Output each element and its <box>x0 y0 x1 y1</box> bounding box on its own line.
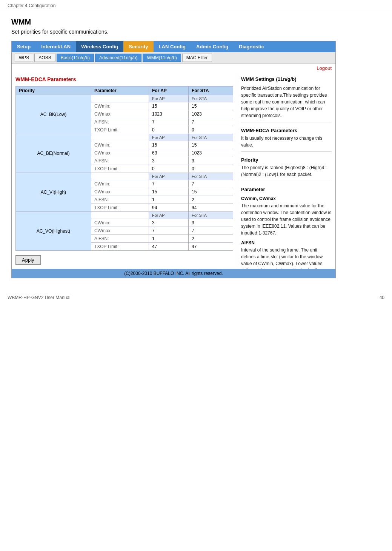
for-sta-sub-header: For STA <box>189 95 233 102</box>
param-sta-value: 1023 <box>189 149 233 157</box>
param-ap-value: 0 <box>149 126 188 134</box>
chapter-title: Chapter 4 Configuration <box>8 3 55 8</box>
logout-link[interactable]: Logout <box>12 64 335 73</box>
param-label: CWmax: <box>91 149 149 157</box>
rp-title: WMM Settings (11n/g/b) <box>241 76 332 82</box>
subnav-advanced[interactable]: Advanced(11n/g/b) <box>95 54 141 62</box>
param-sta-value: 94 <box>189 204 233 212</box>
chapter-header: Chapter 4 Configuration <box>0 0 392 10</box>
apply-button[interactable]: Apply <box>15 255 41 265</box>
param-sta-value: 3 <box>189 219 233 227</box>
param-sta-value: 2 <box>189 196 233 204</box>
section-description: Set priorities for specific communicatio… <box>11 29 381 35</box>
table-sub-header-row: AC_BE(Normal)For APFor STA <box>16 134 233 141</box>
for-ap-sub-header: For AP <box>149 95 188 102</box>
param-label: CWmax: <box>91 227 149 235</box>
table-sub-header-row: AC_VI(High)For APFor STA <box>16 173 233 180</box>
for-ap-sub-header: For AP <box>149 212 188 219</box>
empty-cell <box>91 95 149 102</box>
rp-aifsn-text: Interval of the sending frame. The unit … <box>241 247 332 269</box>
rp-aifsn-title: AIFSN <box>241 240 332 245</box>
param-sta-value: 3 <box>189 157 233 165</box>
empty-cell <box>91 212 149 219</box>
table-sub-header-row: AC_BK(Low)For APFor STA <box>16 95 233 102</box>
nav-internet-lan[interactable]: Internet/LAN <box>36 41 76 52</box>
param-label: CWmax: <box>91 110 149 118</box>
rp-intro: Prioritized AirStation communication for… <box>241 85 332 119</box>
nav-security[interactable]: Security <box>123 41 153 52</box>
nav-lan-config[interactable]: LAN Config <box>154 41 191 52</box>
nav-setup[interactable]: Setup <box>12 41 36 52</box>
param-ap-value: 7 <box>149 180 188 188</box>
col-parameter: Parameter <box>91 86 149 95</box>
left-panel: WMM-EDCA Parameters Priority Parameter F… <box>12 73 237 269</box>
param-ap-value: 1023 <box>149 110 188 118</box>
param-ap-value: 94 <box>149 204 188 212</box>
router-footer-bar: (C)2000-2010 BUFFALO INC. All rights res… <box>12 269 335 278</box>
param-sta-value: 1023 <box>189 110 233 118</box>
param-sta-value: 0 <box>189 165 233 173</box>
rp-priority-title: Priority <box>241 157 332 163</box>
priority-cell: AC_BE(Normal) <box>16 134 91 173</box>
param-label: CWmin: <box>91 141 149 149</box>
router-ui-frame: Setup Internet/LAN Wireless Config Secur… <box>11 41 336 278</box>
param-sta-value: 15 <box>189 102 233 110</box>
table-sub-header-row: AC_VO(Highest)For APFor STA <box>16 212 233 219</box>
col-for-sta: For STA <box>189 86 233 95</box>
wmm-table: Priority Parameter For AP For STA AC_BK(… <box>15 86 233 251</box>
param-sta-value: 0 <box>189 126 233 134</box>
subnav-wps[interactable]: WPS <box>15 54 33 62</box>
subnav-aoss[interactable]: AOSS <box>34 54 55 62</box>
param-sta-value: 47 <box>189 243 233 251</box>
param-ap-value: 3 <box>149 219 188 227</box>
for-ap-sub-header: For AP <box>149 134 188 141</box>
param-sta-value: 7 <box>189 118 233 126</box>
subnav-wmm[interactable]: WMM(11n/g/b) <box>143 54 181 62</box>
param-label: TXOP Limit: <box>91 204 149 212</box>
empty-cell <box>91 173 149 180</box>
main-content-area: WMM-EDCA Parameters Priority Parameter F… <box>12 73 335 269</box>
param-label: AIFSN: <box>91 235 149 243</box>
param-label: CWmin: <box>91 180 149 188</box>
nav-diagnostic[interactable]: Diagnostic <box>234 41 269 52</box>
param-sta-value: 7 <box>189 227 233 235</box>
priority-cell: AC_BK(Low) <box>16 95 91 134</box>
wmm-edca-title: WMM-EDCA Parameters <box>15 76 233 82</box>
rp-parameter-title: Parameter <box>241 187 332 192</box>
priority-cell: AC_VO(Highest) <box>16 212 91 251</box>
subnav-mac-filter[interactable]: MAC Filter <box>182 54 212 62</box>
main-nav: Setup Internet/LAN Wireless Config Secur… <box>12 41 335 52</box>
for-sta-sub-header: For STA <box>189 134 233 141</box>
subnav-basic[interactable]: Basic(11n/g/b) <box>57 54 94 62</box>
param-label: CWmin: <box>91 219 149 227</box>
param-sta-value: 2 <box>189 235 233 243</box>
for-sta-sub-header: For STA <box>189 173 233 180</box>
param-sta-value: 7 <box>189 180 233 188</box>
param-ap-value: 63 <box>149 149 188 157</box>
param-label: AIFSN: <box>91 118 149 126</box>
param-ap-value: 15 <box>149 102 188 110</box>
priority-cell: AC_VI(High) <box>16 173 91 212</box>
param-ap-value: 0 <box>149 165 188 173</box>
param-ap-value: 7 <box>149 118 188 126</box>
rp-cwmin-cwmax-text: The maximum and minimum value for the co… <box>241 202 332 236</box>
nav-wireless-config[interactable]: Wireless Config <box>76 41 123 52</box>
footer-left: WBMR-HP-GNV2 User Manual <box>8 295 71 300</box>
param-label: TXOP Limit: <box>91 126 149 134</box>
footer-right: 40 <box>380 295 384 300</box>
right-panel: WMM Settings (11n/g/b) Prioritized AirSt… <box>237 73 335 269</box>
empty-cell <box>91 134 149 141</box>
param-ap-value: 1 <box>149 196 188 204</box>
param-ap-value: 47 <box>149 243 188 251</box>
page-footer: WBMR-HP-GNV2 User Manual 40 <box>0 293 392 302</box>
param-label: AIFSN: <box>91 196 149 204</box>
param-label: TXOP Limit: <box>91 243 149 251</box>
for-sta-sub-header: For STA <box>189 212 233 219</box>
nav-admin-config[interactable]: Admin Config <box>191 41 234 52</box>
sub-nav: WPS AOSS Basic(11n/g/b) Advanced(11n/g/b… <box>12 52 335 64</box>
param-label: AIFSN: <box>91 157 149 165</box>
param-sta-value: 15 <box>189 188 233 196</box>
param-sta-value: 15 <box>189 141 233 149</box>
col-for-ap: For AP <box>149 86 188 95</box>
param-ap-value: 1 <box>149 235 188 243</box>
